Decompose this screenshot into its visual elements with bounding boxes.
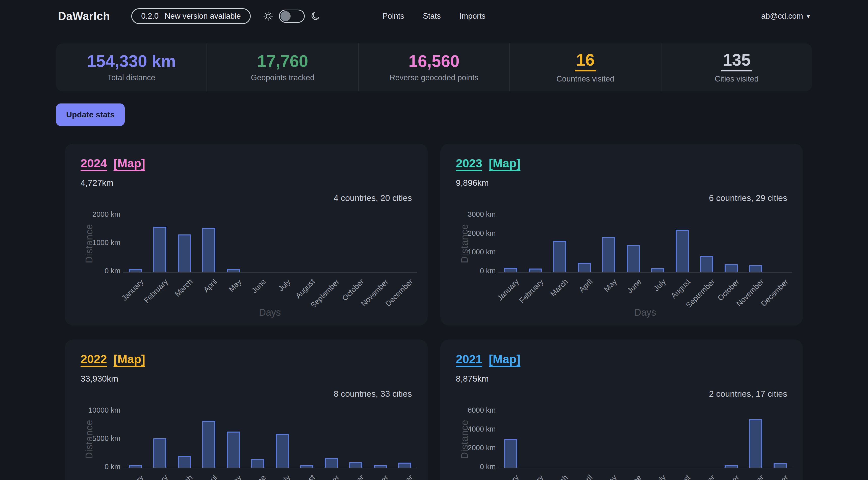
year-link-2022[interactable]: 2022 [81,352,107,366]
x-tick-label-january: January [495,473,521,480]
nav-item-imports[interactable]: Imports [460,11,486,21]
x-tick-label-june: June [250,277,268,295]
y-tick-label: 0 km [75,462,120,471]
bar-july [651,268,664,272]
theme-toggle[interactable] [279,9,305,23]
stat-cell-cities-visited: 135Cities visited [661,43,812,91]
theme-controls [263,9,320,23]
year-cards-grid: 2024[Map]4,727km4 countries, 20 citiesDi… [65,143,803,480]
x-tick-label-april: April [577,277,594,294]
year-link-2023[interactable]: 2023 [456,157,483,170]
bar-may [227,269,240,272]
x-tick-label-october: October [341,277,366,302]
x-tick-label-june: June [625,473,643,480]
x-axis-title: Days [123,307,417,318]
bar-january [129,269,142,272]
bar-october [724,264,738,272]
card-distance: 8,875km [456,374,489,384]
bar-march [178,234,191,272]
map-link-2024[interactable]: [Map] [114,157,145,170]
y-tick-label: 0 km [75,267,120,275]
bar-february [153,227,166,272]
stat-cell-total-distance: 154,330 kmTotal distance [56,43,207,91]
card-summary: 4 countries, 20 cities [334,193,412,203]
map-link-2022[interactable]: [Map] [114,352,145,366]
map-link-2023[interactable]: [Map] [489,157,520,170]
stat-label: Countries visited [556,74,614,84]
x-tick-label-april: April [202,277,219,294]
card-summary: 2 countries, 17 cities [709,389,787,399]
stat-value: 16,560 [408,53,460,70]
stat-value[interactable]: 16 [575,51,596,71]
card-summary: 6 countries, 29 cities [709,193,787,203]
y-tick-label: 2000 km [451,444,496,452]
bar-february [529,268,542,272]
app-header: DaWarIch 0.2.0 New version available Poi… [0,0,868,32]
bar-november [374,465,387,468]
card-title-2022: 2022[Map] [81,352,145,366]
x-tick-label-march: March [549,473,569,480]
map-link-2021[interactable]: [Map] [489,352,520,366]
stat-label: Total distance [107,73,155,82]
x-tick-label-may: May [602,277,618,293]
update-stats-button[interactable]: Update stats [56,103,125,126]
x-tick-label-august: August [669,473,692,480]
app-logo: DaWarIch [58,10,110,23]
x-axis-title: Days [498,307,792,318]
theme-toggle-knob [280,11,290,21]
x-tick-label-march: March [549,277,569,298]
stats-strip: 154,330 kmTotal distance17,760Geopoints … [56,43,812,91]
card-title-2021: 2021[Map] [456,352,521,366]
bar-july [276,434,289,468]
y-tick-label: 0 km [451,462,496,471]
user-menu[interactable]: ab@cd.com ▾ [761,11,810,21]
chevron-down-icon: ▾ [807,13,810,20]
card-title-2023: 2023[Map] [456,156,521,170]
main-nav: PointsStatsImports [382,11,486,21]
bar-december [774,463,787,468]
x-tick-label-august: August [294,473,317,480]
bar-january [504,268,517,272]
bar-august [676,230,689,272]
bar-september [325,458,338,468]
stat-label: Reverse geocoded points [390,73,478,82]
bar-april [578,263,591,272]
nav-item-stats[interactable]: Stats [423,11,441,21]
card-summary: 8 countries, 33 cities [334,389,412,399]
year-link-2024[interactable]: 2024 [81,157,107,170]
nav-item-points[interactable]: Points [382,11,404,21]
x-tick-label-october: October [716,473,741,480]
x-tick-label-march: March [173,277,194,298]
version-badge[interactable]: 0.2.0 New version available [131,8,251,24]
moon-icon [310,11,320,21]
card-distance: 4,727km [81,178,113,188]
x-tick-label-february: February [142,277,170,305]
bar-may [602,237,615,272]
stat-label: Geopoints tracked [251,73,315,82]
x-tick-label-october: October [341,473,366,480]
year-card-2021: 2021[Map]8,875km2 countries, 17 citiesDi… [440,340,803,480]
stat-value[interactable]: 135 [721,51,752,71]
bar-june [627,245,640,272]
x-tick-label-may: May [227,277,243,293]
bar-may [227,431,240,468]
year-link-2021[interactable]: 2021 [456,352,483,366]
x-tick-label-january: January [120,473,146,480]
y-tick-label: 6000 km [451,406,496,414]
y-tick-label: 5000 km [75,434,120,443]
user-email: ab@cd.com [761,11,803,21]
x-tick-label-may: May [227,473,243,480]
x-tick-label-july: July [652,473,668,480]
stat-cell-geopoints-tracked: 17,760Geopoints tracked [207,43,358,91]
bar-april [202,228,215,272]
card-distance: 9,896km [456,178,489,188]
bar-october [349,462,362,468]
x-tick-label-august: August [669,277,692,300]
bar-september [700,256,713,272]
x-tick-label-february: February [518,277,545,305]
y-tick-label: 4000 km [451,425,496,433]
stat-cell-countries-visited: 16Countries visited [509,43,660,91]
sun-icon [263,11,273,22]
bar-november [749,265,762,272]
card-title-2024: 2024[Map] [81,156,145,170]
